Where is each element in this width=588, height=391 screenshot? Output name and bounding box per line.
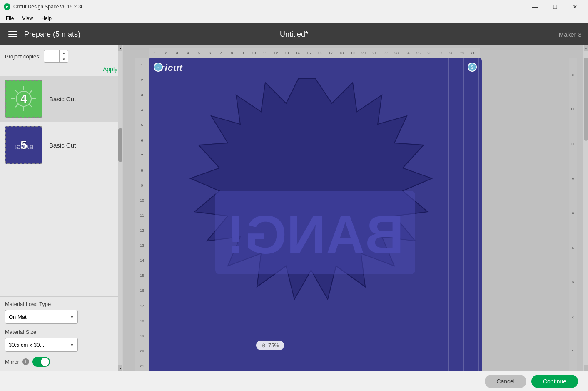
spinner-up-button[interactable]: ▲	[60, 50, 68, 56]
project-copies-input[interactable]	[44, 53, 59, 60]
project-copies-row: Project copies: ▲ ▼	[0, 45, 122, 65]
ruler-h-7: 7	[215, 51, 226, 55]
ruler-v-4: 4	[141, 103, 143, 118]
mirror-label: Mirror	[5, 359, 19, 365]
mat-item-5[interactable]: 5 BANG! Basic Cut	[0, 122, 122, 168]
window-controls: — □ ✕	[526, 0, 585, 13]
right-scroll-down-button[interactable]: ▼	[584, 365, 588, 371]
ruler-v-19: 19	[140, 328, 144, 343]
left-panel: Project copies: ▲ ▼ Apply 4	[0, 45, 123, 371]
svg-line-8	[29, 104, 32, 107]
left-panel-scrollbar[interactable]: ▲ ▼	[118, 45, 122, 371]
material-size-value: 30.5 cm x 30....	[9, 342, 46, 348]
app-title: Cricut Design Space v6.15.204	[13, 4, 526, 10]
ruler-left-inner: 1 2 3 4 5 6 7 8 9 10 11 12 13 14 15 16 1…	[135, 58, 149, 371]
bottom-bar: Cancel Continue	[0, 371, 588, 391]
spinner-down-button[interactable]: ▼	[60, 56, 68, 63]
ruler-h-16: 16	[314, 51, 325, 55]
ruler-h-5: 5	[193, 51, 204, 55]
ruler-v-11: 11	[140, 208, 144, 223]
ruler-h-15: 15	[303, 51, 314, 55]
ruler-h-18: 18	[336, 51, 347, 55]
scroll-thumb[interactable]	[118, 128, 122, 162]
ruler-h-4: 4	[182, 51, 193, 55]
ruler-right-label: zı	[572, 58, 574, 92]
ruler-h-29: 29	[457, 51, 468, 55]
maximize-button[interactable]: □	[546, 0, 565, 13]
ruler-h-28: 28	[446, 51, 457, 55]
ruler-h-1: 1	[149, 51, 160, 55]
close-button[interactable]: ✕	[566, 0, 585, 13]
ruler-h-11: 11	[259, 51, 270, 55]
menubar: File View Help	[0, 13, 588, 23]
material-size-dropdown[interactable]: 30.5 cm x 30.... ▼	[5, 338, 78, 352]
ruler-v-15: 15	[140, 268, 144, 283]
menu-help[interactable]: Help	[37, 15, 56, 22]
ruler-h-25: 25	[413, 51, 424, 55]
ruler-v-9: 9	[141, 178, 143, 193]
mirror-toggle[interactable]	[32, 357, 50, 367]
svg-point-2	[16, 91, 31, 106]
material-load-type-value: On Mat	[9, 314, 27, 320]
apply-button[interactable]: Apply	[0, 65, 122, 76]
toggle-knob	[41, 358, 49, 366]
mirror-row: Mirror i	[5, 357, 117, 367]
handle-top-right[interactable]: S	[468, 63, 477, 72]
ruler-h-19: 19	[347, 51, 358, 55]
cancel-button[interactable]: Cancel	[485, 375, 526, 388]
ruler-h-9: 9	[237, 51, 248, 55]
right-scroll-thumb[interactable]	[584, 58, 588, 141]
svg-line-7	[15, 90, 18, 93]
app-header: Prepare (5 mats) Untitled* Maker 3	[0, 23, 588, 45]
material-load-type-dropdown[interactable]: On Mat ▼	[5, 310, 78, 324]
right-scrollbar[interactable]: ▲ ▼	[583, 45, 588, 371]
bang-shape: BANG!	[161, 74, 469, 362]
continue-button[interactable]: Continue	[531, 375, 578, 388]
ruler-h-13: 13	[281, 51, 292, 55]
ruler-h-23: 23	[391, 51, 402, 55]
ruler-h-10: 10	[248, 51, 259, 55]
svg-line-10	[15, 104, 18, 107]
dropdown-arrow-icon: ▼	[70, 315, 74, 319]
zoom-minus-icon: ⊖	[261, 342, 266, 348]
mirror-info-icon[interactable]: i	[22, 358, 29, 365]
menu-file[interactable]: File	[2, 15, 18, 22]
ruler-h-24: 24	[402, 51, 413, 55]
canvas-area: 1 2 3 4 5 6 7 8 9 10 11 12 13 14 15 16 1…	[123, 45, 583, 371]
ruler-h-6: 6	[204, 51, 215, 55]
ruler-v-3: 3	[141, 88, 143, 103]
ruler-h-27: 27	[435, 51, 446, 55]
zoom-value: 75%	[268, 342, 279, 348]
ruler-h-2: 2	[160, 51, 171, 55]
hamburger-line-3	[8, 36, 17, 37]
ruler-v-21: 21	[140, 358, 144, 371]
mat-design-icon-4	[9, 84, 38, 113]
minimize-button[interactable]: —	[526, 0, 545, 13]
ruler-v-18: 18	[140, 313, 144, 328]
scroll-up-button[interactable]: ▲	[118, 45, 122, 51]
handle-top-left[interactable]: ···	[154, 63, 163, 72]
menu-view[interactable]: View	[18, 15, 37, 22]
ruler-h-8: 8	[227, 51, 237, 55]
mat-design-icon-5: BANG!	[9, 133, 38, 158]
right-scroll-up-button[interactable]: ▲	[584, 45, 588, 51]
ruler-v-17: 17	[140, 298, 144, 313]
hamburger-button[interactable]	[7, 30, 19, 39]
material-settings: Material Load Type On Mat ▼ Material Siz…	[0, 296, 122, 371]
project-copies-spinner[interactable]: ▲ ▼	[44, 50, 68, 63]
ruler-h-12: 12	[270, 51, 281, 55]
titlebar: c Cricut Design Space v6.15.204 — □ ✕	[0, 0, 588, 13]
svg-line-9	[29, 90, 32, 93]
device-name: Maker 3	[559, 31, 581, 38]
ruler-v-13: 13	[140, 238, 144, 253]
scroll-down-button[interactable]: ▼	[118, 365, 122, 371]
mat-item-4[interactable]: 4 Basic Cut	[0, 76, 122, 122]
ruler-h-26: 26	[424, 51, 435, 55]
ruler-v-10: 10	[140, 193, 144, 208]
mat-thumbnail-4: 4	[5, 80, 42, 118]
document-title: Untitled*	[280, 30, 308, 39]
ruler-h-20: 20	[358, 51, 369, 55]
ruler-v-16: 16	[140, 283, 144, 298]
zoom-control[interactable]: ⊖ 75%	[256, 341, 284, 350]
ruler-h-22: 22	[380, 51, 391, 55]
